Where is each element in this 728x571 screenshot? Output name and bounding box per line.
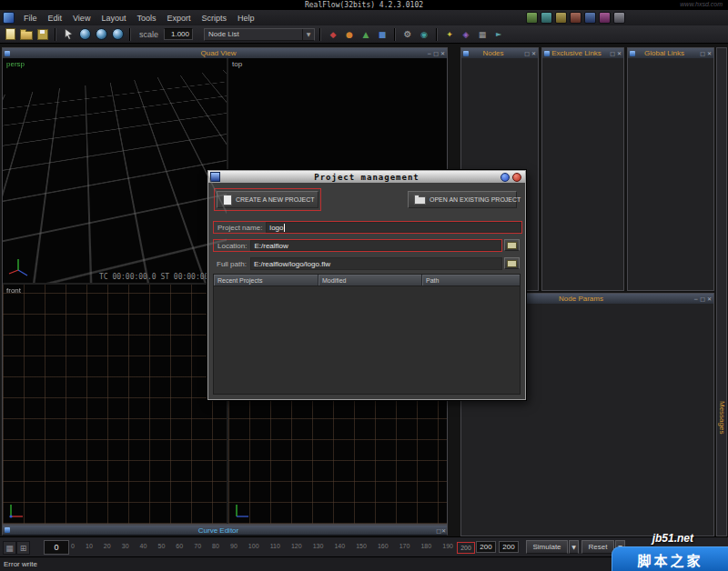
full-path-browse-button[interactable] [504,257,520,269]
menu-item-tools[interactable]: Tools [131,10,161,25]
panel-float-icon[interactable]: □ [609,50,616,56]
mesh-icon[interactable]: ▲ [359,27,373,42]
column-modified[interactable]: Modified [318,275,422,286]
panel-dock-icon [5,527,10,533]
grid-snap-icon[interactable]: ▦ [475,27,490,42]
scale-tool-icon[interactable] [110,27,125,42]
simulate-button[interactable]: Simulate [526,540,568,554]
project-name-label: Project name: [214,224,266,232]
timeline-tick: 10 [86,543,93,549]
location-input[interactable]: E:/realflow [250,240,501,251]
panel-minimize-icon[interactable]: − [426,50,432,56]
new-scene-icon[interactable] [3,27,17,42]
viewport-front-label: front [6,286,21,295]
panel-close-icon[interactable]: ✕ [706,50,713,56]
display-options-icon[interactable]: ◉ [417,27,431,42]
workspace-preset-icon[interactable] [599,12,611,24]
timeline-ruler[interactable]: 0 10 20 30 40 50 60 70 80 90 100 110 120… [71,543,453,549]
curve-editor-bar[interactable]: Curve Editor □ ✕ [2,525,448,536]
create-new-project-button[interactable]: CREATE A NEW PROJECT [217,191,318,208]
open-folder-icon [414,196,426,205]
location-browse-button[interactable] [504,239,520,251]
node-list-label: Node List [208,30,239,38]
settings-gear-icon[interactable]: ⚙ [400,27,415,42]
workspace-preset-icon[interactable] [613,12,625,24]
menu-item-scripts[interactable]: Scripts [196,10,232,25]
workspace-preset-icon[interactable] [541,12,552,24]
panel-close-icon[interactable]: ✕ [441,527,446,534]
project-name-input[interactable]: logo [266,222,521,233]
viewport-front[interactable]: front [3,285,228,524]
workspace-preset-icon[interactable] [526,12,538,24]
global-links-panel: Global Links □ ✕ [627,47,714,291]
panel-dock-icon [5,51,10,56]
column-path[interactable]: Path [422,275,520,286]
reset-button[interactable]: Reset [581,540,614,554]
panel-float-icon[interactable]: □ [523,50,531,56]
timeline-tick: 110 [270,543,280,549]
nodes-title: Nodes [470,49,516,57]
keyframe-icon[interactable]: ✦ [442,27,457,42]
viewport-persp[interactable]: persp TC 00:00:00.0 ST 00:00:00.0 [3,58,228,285]
workspace-preset-icon[interactable] [570,12,581,24]
move-tool-icon[interactable] [77,27,92,42]
daemon-icon[interactable]: ● [342,27,357,42]
panel-close-icon[interactable]: ✕ [440,50,446,56]
messages-tab[interactable]: Messages [716,47,727,536]
node-list-dropdown[interactable]: Node List ▼ [204,28,315,41]
location-label: Location: [214,242,250,250]
workspace-preset-icon[interactable] [555,12,567,24]
panel-minimize-icon[interactable]: − [693,296,699,302]
rotate-tool-icon[interactable] [94,27,108,42]
exclusive-links-list[interactable] [542,58,623,290]
menu-item-export[interactable]: Export [161,10,196,25]
viewport-persp-label: persp [6,60,25,68]
scale-input[interactable]: 1.000 [164,28,193,40]
max-frame-field-2[interactable]: 200 [499,541,519,553]
dialog-close-button[interactable] [512,173,521,182]
max-frame-field-1[interactable]: 200 [476,541,496,553]
simulate-dropdown-icon[interactable]: ▼ [569,540,579,554]
column-recent-projects[interactable]: Recent Projects [214,275,318,286]
dialog-minimize-button[interactable] [500,173,510,182]
global-links-list[interactable] [628,58,713,290]
dialog-title-bar[interactable]: Project management [208,171,525,183]
panel-dock-icon [544,51,550,56]
menu-item-help[interactable]: Help [232,10,260,25]
panel-close-icon[interactable]: ✕ [616,50,622,56]
global-links-title: Global Links [637,49,692,57]
title-bar: RealFlow(32bits) 4.2.3.0102 www.hxsd.com [0,0,728,10]
open-existing-project-button[interactable]: OPEN AN EXISTING PROJECT [408,191,517,208]
timeline-option-icon[interactable]: ⊞ [16,541,30,555]
timeline-tick: 30 [122,543,129,549]
panel-dock-icon [630,51,635,56]
play-options-icon[interactable]: ► [491,27,506,42]
realflow-app-icon [3,12,15,24]
menu-item-layout[interactable]: Layout [96,10,131,25]
recent-projects-list[interactable] [214,286,520,394]
recent-projects-table: Recent Projects Modified Path [213,274,521,395]
workspace-preset-icon[interactable] [584,12,596,24]
save-scene-icon[interactable] [35,27,50,42]
graph-icon[interactable]: ◈ [459,27,473,42]
timeline-tick: 190 [442,543,453,549]
current-frame-field[interactable]: 0 [44,540,69,555]
panel-float-icon[interactable]: □ [699,296,706,302]
scale-label: scale [139,30,158,39]
menu-item-view[interactable]: View [67,10,96,25]
viewport-top-label: top [232,60,242,68]
panel-float-icon[interactable]: □ [699,50,706,56]
select-arrow-icon[interactable] [61,27,76,42]
persp-grid [3,58,227,283]
panel-close-icon[interactable]: ✕ [531,50,537,56]
quad-view-title: Quad View [12,49,425,57]
object-icon[interactable]: ■ [375,27,389,42]
full-path-input[interactable]: E:/realflow/logo/logo.flw [250,257,502,270]
emitter-icon[interactable]: ◆ [326,27,340,42]
menu-item-file[interactable]: File [18,10,43,25]
panel-close-icon[interactable]: ✕ [706,296,713,302]
menu-item-edit[interactable]: Edit [43,10,68,25]
timeline-option-icon[interactable]: ▦ [3,541,16,555]
open-scene-icon[interactable] [19,27,34,42]
panel-float-icon[interactable]: □ [432,50,440,56]
